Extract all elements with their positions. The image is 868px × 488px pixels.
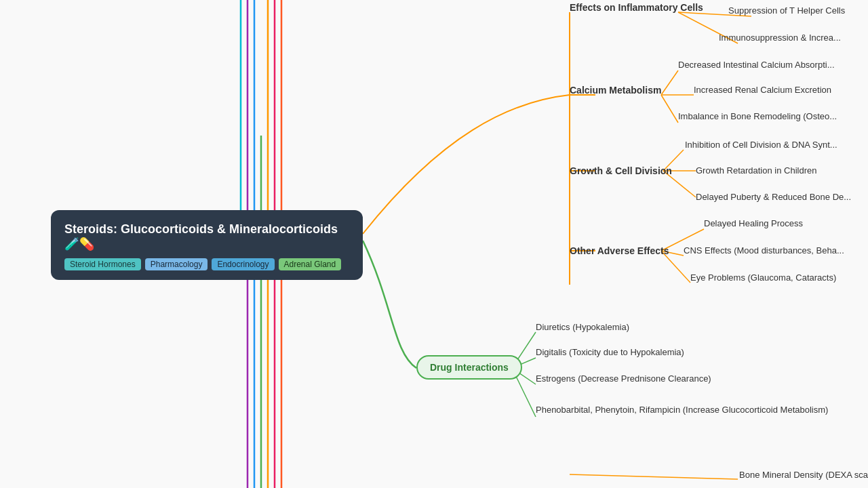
leaf-bone-mineral-density: Bone Mineral Density (DEXA sca...	[739, 470, 868, 480]
branch-other-adverse-effects: Other Adverse Effects	[570, 245, 669, 256]
central-node-tags: Steroid Hormones Pharmacology Endocrinol…	[64, 258, 349, 270]
leaf-decreased-intestinal: Decreased Intestinal Calcium Absorpti...	[678, 60, 835, 70]
leaf-estrogens: Estrogens (Decrease Prednisone Clearance…	[536, 373, 711, 384]
central-node-title: Steroids: Glucocorticoids & Mineralocort…	[64, 222, 349, 251]
leaf-delayed-healing: Delayed Healing Process	[704, 218, 803, 228]
leaf-imbalance-bone-remodeling: Imbalance in Bone Remodeling (Osteo...	[678, 111, 837, 121]
leaf-immunosuppression: Immunosuppression & Increa...	[719, 33, 841, 43]
branch-growth-cell-division: Growth & Cell Division	[570, 165, 672, 176]
tag-pharmacology[interactable]: Pharmacology	[145, 258, 208, 270]
leaf-growth-retardation: Growth Retardation in Children	[696, 165, 816, 176]
leaf-inhibition-cell-division: Inhibition of Cell Division & DNA Synt..…	[685, 140, 837, 150]
leaf-eye-problems: Eye Problems (Glaucoma, Cataracts)	[690, 272, 836, 283]
leaf-diuretics: Diuretics (Hypokalemia)	[536, 322, 629, 332]
central-node[interactable]: Steroids: Glucocorticoids & Mineralocort…	[51, 210, 363, 280]
drug-interactions-node[interactable]: Drug Interactions	[416, 355, 522, 380]
tag-endocrinology[interactable]: Endocrinology	[212, 258, 274, 270]
leaf-digitalis: Digitalis (Toxicity due to Hypokalemia)	[536, 347, 684, 357]
leaf-delayed-puberty: Delayed Puberty & Reduced Bone De...	[696, 192, 851, 202]
leaf-suppression-t-helper: Suppression of T Helper Cells	[728, 5, 845, 16]
leaf-cns-effects: CNS Effects (Mood disturbances, Beha...	[684, 245, 844, 256]
svg-line-18	[661, 95, 678, 123]
branch-calcium-metabolism: Calcium Metabolism	[570, 85, 661, 96]
svg-line-16	[661, 70, 678, 95]
branch-inflammatory-cells: Effects on Inflammatory Cells	[570, 2, 703, 13]
svg-line-32	[570, 474, 738, 479]
leaf-increased-renal-calcium: Increased Renal Calcium Excretion	[694, 85, 831, 95]
tag-adrenal-gland[interactable]: Adrenal Gland	[279, 258, 342, 270]
leaf-phenobarbital: Phenobarbital, Phenytoin, Rifampicin (In…	[536, 404, 828, 416]
tag-steroid-hormones[interactable]: Steroid Hormones	[64, 258, 141, 270]
